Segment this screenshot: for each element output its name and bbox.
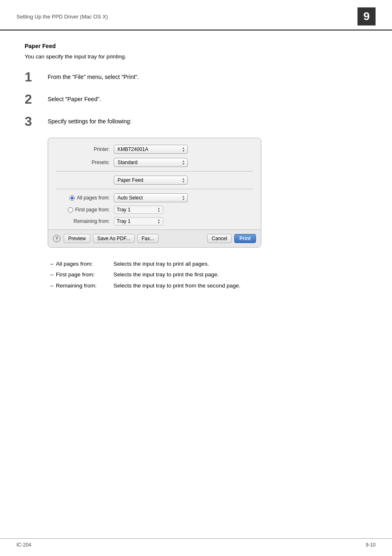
presets-label: Presets: [56,160,110,165]
cancel-button[interactable]: Cancel [207,234,231,243]
stepper-up-icon: ▲ [182,177,185,180]
first-page-row: First page from: Tray 1 ▲ ▼ [56,206,253,214]
panel-row: Paper Feed ▲ ▼ [56,176,253,185]
stepper-up-icon: ▲ [182,195,185,198]
panel-value: Paper Feed [118,177,180,183]
step-3-number: 3 [25,114,48,128]
stepper-down-icon: ▼ [182,149,185,152]
stepper-up-icon: ▲ [182,160,185,162]
step-2: 2 Select "Paper Feed". [25,92,367,106]
chapter-number: 9 [357,7,376,25]
printer-label: Printer: [56,146,110,152]
step-1: 1 From the "File" menu, select "Print". [25,70,367,83]
printer-stepper: ▲ ▼ [182,146,185,152]
all-pages-select[interactable]: Auto Select ▲ ▼ [114,193,188,202]
dialog-body: Printer: KMBT24001A ▲ ▼ Presets: Standar… [48,138,261,225]
stepper-down-icon: ▼ [157,210,160,213]
separator-2 [56,189,253,189]
desc-term-2: First page from: [56,271,113,279]
desc-term-3: Remaining from: [56,282,113,290]
steps-list: 1 From the "File" menu, select "Print". … [25,70,367,128]
first-page-stepper: ▲ ▼ [157,207,160,213]
printer-select[interactable]: KMBT24001A ▲ ▼ [114,145,188,154]
desc-item-2: – First page from: Selects the input tra… [48,271,367,279]
section-title: Paper Feed [25,43,367,49]
all-pages-label-container: All pages from: [56,195,110,201]
stepper-up-icon: ▲ [182,146,185,149]
presets-stepper: ▲ ▼ [182,160,185,165]
desc-item-1: – All pages from: Selects the input tray… [48,260,367,268]
header-title: Setting Up the PPD Driver (Mac OS X) [16,14,108,20]
help-icon[interactable]: ? [53,235,60,242]
page-footer: IC-204 9-10 [0,538,392,548]
remaining-row: Remaining from: Tray 1 ▲ ▼ [56,217,253,225]
step-2-number: 2 [25,92,48,106]
all-pages-stepper: ▲ ▼ [182,195,185,201]
presets-select[interactable]: Standard ▲ ▼ [114,158,188,167]
save-as-pdf-button[interactable]: Save As PDF... [93,234,135,243]
description-list: – All pages from: Selects the input tray… [48,260,367,290]
step-1-text: From the "File" menu, select "Print". [48,70,139,81]
desc-def-3: Selects the input tray to print from the… [113,282,367,290]
stepper-down-icon: ▼ [157,221,160,224]
stepper-up-icon: ▲ [157,207,160,210]
desc-term-1: All pages from: [56,260,113,268]
desc-dash-2: – [48,271,56,279]
panel-stepper: ▲ ▼ [182,177,185,183]
header: Setting Up the PPD Driver (Mac OS X) 9 [0,0,392,30]
panel-select[interactable]: Paper Feed ▲ ▼ [114,176,188,185]
presets-row: Presets: Standard ▲ ▼ [56,158,253,167]
dialog-footer: ? Preview Save As PDF... Fax... Cancel P… [48,229,261,247]
footer-right: 9-10 [366,542,376,548]
first-page-value: Tray 1 [117,207,131,213]
stepper-down-icon: ▼ [182,198,185,201]
first-page-label-container: First page from: [56,207,110,213]
desc-item-3: – Remaining from: Selects the input tray… [48,282,367,290]
footer-left: IC-204 [16,542,31,548]
all-pages-label: All pages from: [77,195,110,201]
remaining-stepper: ▲ ▼ [157,218,160,224]
page: Setting Up the PPD Driver (Mac OS X) 9 P… [0,0,392,556]
remaining-label-container: Remaining from: [56,218,110,224]
desc-dash-3: – [48,282,56,290]
printer-value: KMBT24001A [118,146,180,152]
stepper-down-icon: ▼ [182,162,185,165]
desc-def-1: Selects the input tray to print all page… [113,260,367,268]
printer-row: Printer: KMBT24001A ▲ ▼ [56,145,253,154]
step-3: 3 Specify settings for the following: [25,114,367,128]
first-page-radio[interactable] [68,207,73,213]
remaining-label: Remaining from: [74,218,110,224]
separator [56,171,253,171]
print-button[interactable]: Print [234,234,256,243]
stepper-down-icon: ▼ [182,180,185,183]
step-1-number: 1 [25,70,48,83]
content-area: Paper Feed You can specify the input tra… [0,30,392,319]
step-3-text: Specify settings for the following: [48,114,131,126]
fax-button[interactable]: Fax... [137,234,159,243]
remaining-value: Tray 1 [117,218,131,224]
step-2-text: Select "Paper Feed". [48,92,101,104]
first-page-label: First page from: [75,207,110,213]
all-pages-value: Auto Select [118,195,180,201]
section-description: You can specify the input tray for print… [25,53,367,60]
print-dialog: Printer: KMBT24001A ▲ ▼ Presets: Standar… [48,138,261,248]
all-pages-radio[interactable] [69,195,75,201]
desc-def-2: Selects the input tray to print the firs… [113,271,367,279]
stepper-up-icon: ▲ [157,218,160,221]
all-pages-row: All pages from: Auto Select ▲ ▼ [56,193,253,202]
presets-value: Standard [118,160,180,165]
desc-dash-1: – [48,260,56,268]
preview-button[interactable]: Preview [64,234,90,243]
remaining-select[interactable]: Tray 1 ▲ ▼ [114,217,163,225]
first-page-select[interactable]: Tray 1 ▲ ▼ [114,206,163,214]
